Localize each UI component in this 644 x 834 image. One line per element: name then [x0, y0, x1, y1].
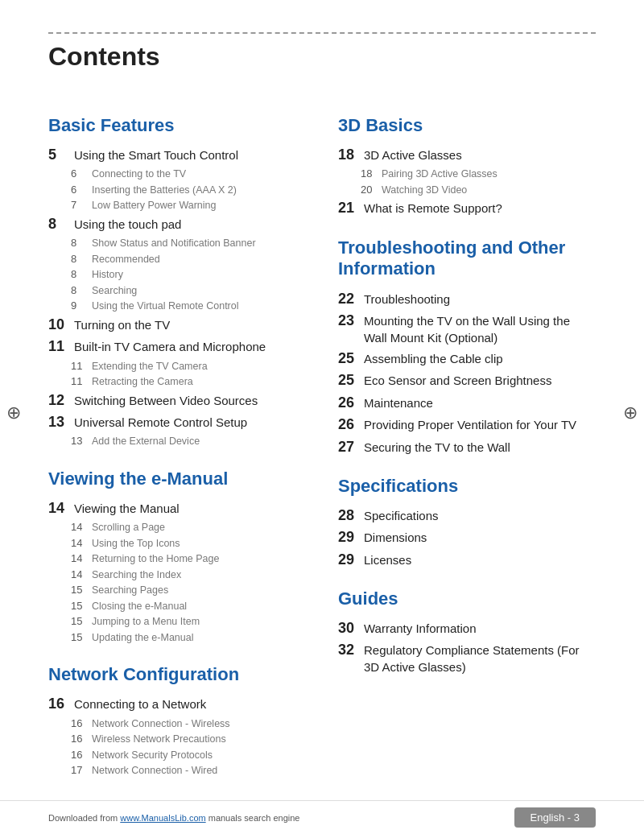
sub-text: Closing the e-Manual — [92, 600, 187, 614]
entry-text: 3D Active Glasses — [364, 147, 462, 163]
entry-text: Licenses — [364, 551, 411, 568]
sub-text: Add the External Device — [92, 435, 200, 449]
entry-text: Troubleshooting — [364, 291, 450, 308]
sub-entry-8a: 8 Show Status and Notification Banner — [48, 237, 306, 251]
sub-num: 6 — [71, 167, 89, 181]
sub-text: Extending the TV Camera — [92, 360, 208, 374]
sub-text: Searching Pages — [92, 584, 168, 598]
sub-num: 20 — [361, 184, 378, 197]
entry-num: 22 — [338, 290, 361, 308]
sub-entry-14d: 14 Searching the Index — [48, 568, 306, 583]
sub-text: Connecting to the TV — [92, 167, 186, 182]
entry-text: Built-in TV Camera and Microphone — [74, 338, 266, 355]
page-title: Contents — [48, 42, 596, 72]
entry-text: Regulatory Compliance Statements (For 3D… — [364, 642, 596, 675]
entry-num: 5 — [48, 146, 71, 164]
sub-entry-8c: 8 History — [48, 268, 306, 283]
footer-downloaded-text: Downloaded from — [48, 813, 120, 823]
sub-entry-17: 17 Network Connection - Wired — [48, 764, 306, 778]
sub-num: 16 — [71, 749, 89, 762]
entry-text: What is Remote Support? — [364, 200, 502, 217]
entry-29a: 29 Dimensions — [338, 528, 596, 547]
sub-entry-20: 20 Watching 3D Video — [338, 184, 596, 198]
sub-text: Pairing 3D Active Glasses — [382, 167, 497, 182]
sub-num: 17 — [71, 764, 89, 778]
entry-text: Securing the TV to the Wall — [364, 439, 510, 456]
sub-num: 8 — [71, 284, 89, 298]
target-icon-left: ⊕ — [6, 403, 21, 423]
sub-num: 15 — [71, 600, 89, 613]
entry-num: 14 — [48, 499, 71, 518]
sub-entry-13: 13 Add the External Device — [48, 435, 306, 449]
sub-entry-8b: 8 Recommended — [48, 253, 306, 267]
entry-25a: 25 Assembling the Cable clip — [338, 349, 596, 368]
entry-num: 26 — [338, 394, 361, 412]
section-heading-basic-features: Basic Features — [48, 115, 306, 136]
sub-text: Scrolling a Page — [92, 521, 165, 535]
entry-22: 22 Troubleshooting — [338, 290, 596, 308]
entry-30: 30 Warranty Information — [338, 619, 596, 638]
sub-text: Searching — [92, 284, 137, 299]
entry-num: 18 — [338, 146, 361, 164]
entry-text: Turning on the TV — [74, 316, 170, 333]
page: Contents ⊕ ⊕ Basic Features 5 Using the … — [0, 0, 644, 834]
sub-entry-18a: 18 Pairing 3D Active Glasses — [338, 167, 596, 182]
entry-num: 23 — [338, 312, 361, 330]
footer-link[interactable]: www.ManualsLib.com — [120, 813, 205, 823]
sub-text: Low Battery Power Warning — [92, 199, 216, 213]
footer-manuals-text: manuals search engine — [208, 813, 300, 823]
sub-num: 15 — [71, 631, 89, 645]
sub-entry-14b: 14 Using the Top Icons — [48, 537, 306, 551]
entry-11: 11 Built-in TV Camera and Microphone — [48, 337, 306, 356]
sub-num: 7 — [71, 199, 89, 213]
entry-text: Using the Smart Touch Control — [74, 147, 238, 163]
entry-28: 28 Specifications — [338, 506, 596, 525]
entry-14: 14 Viewing the Manual — [48, 499, 306, 518]
sub-num: 11 — [71, 375, 89, 389]
content-grid: Basic Features 5 Using the Smart Touch C… — [48, 96, 596, 780]
footer-page-label: English - 3 — [514, 807, 596, 828]
entry-10: 10 Turning on the TV — [48, 316, 306, 334]
sub-entry-16c: 16 Network Security Protocols — [48, 749, 306, 763]
sub-entry-14a: 14 Scrolling a Page — [48, 521, 306, 535]
sub-num: 15 — [71, 615, 89, 629]
entry-num: 12 — [48, 391, 71, 410]
target-icon-right: ⊕ — [623, 403, 638, 423]
entry-num: 8 — [48, 215, 71, 233]
entry-text: Specifications — [364, 507, 439, 524]
sub-entry-7: 7 Low Battery Power Warning — [48, 199, 306, 213]
sub-entry-16b: 16 Wireless Network Precautions — [48, 733, 306, 747]
sub-text: Using the Top Icons — [92, 537, 180, 551]
footer-left: Downloaded from www.ManualsLib.com manua… — [48, 813, 299, 823]
section-heading-troubleshooting: Troubleshooting and OtherInformation — [338, 237, 596, 280]
entry-text: Maintenance — [364, 394, 433, 411]
sub-num: 8 — [71, 253, 89, 266]
sub-num: 14 — [71, 521, 89, 535]
section-heading-guides: Guides — [338, 588, 596, 609]
sub-text: Network Security Protocols — [92, 749, 213, 763]
footer: Downloaded from www.ManualsLib.com manua… — [0, 800, 644, 834]
right-column: 3D Basics 18 3D Active Glasses 18 Pairin… — [338, 96, 596, 780]
entry-text: Connecting to a Network — [74, 696, 206, 712]
sub-num: 14 — [71, 537, 89, 551]
sub-text: Network Connection - Wired — [92, 764, 217, 778]
entry-num: 13 — [48, 413, 71, 431]
sub-num: 14 — [71, 568, 89, 582]
sub-entry-11b: 11 Retracting the Camera — [48, 375, 306, 390]
sub-text: Network Connection - Wireless — [92, 717, 230, 732]
entry-26b: 26 Providing Proper Ventilation for Your… — [338, 415, 596, 434]
entry-26a: 26 Maintenance — [338, 394, 596, 412]
entry-text: Switching Between Video Sources — [74, 392, 258, 409]
sub-entry-6b: 6 Inserting the Batteries (AAA X 2) — [48, 184, 306, 198]
entry-text: Universal Remote Control Setup — [74, 414, 247, 431]
entry-num: 10 — [48, 316, 71, 334]
entry-num: 29 — [338, 528, 361, 547]
entry-text: Viewing the Manual — [74, 500, 180, 517]
entry-16: 16 Connecting to a Network — [48, 695, 306, 713]
entry-num: 29 — [338, 551, 361, 569]
sub-text: Show Status and Notification Banner — [92, 237, 256, 251]
section-heading-viewing: Viewing the e-Manual — [48, 469, 306, 489]
sub-text: History — [92, 268, 123, 283]
entry-text: Providing Proper Ventilation for Your TV — [364, 416, 576, 433]
entry-num: 27 — [338, 438, 361, 456]
